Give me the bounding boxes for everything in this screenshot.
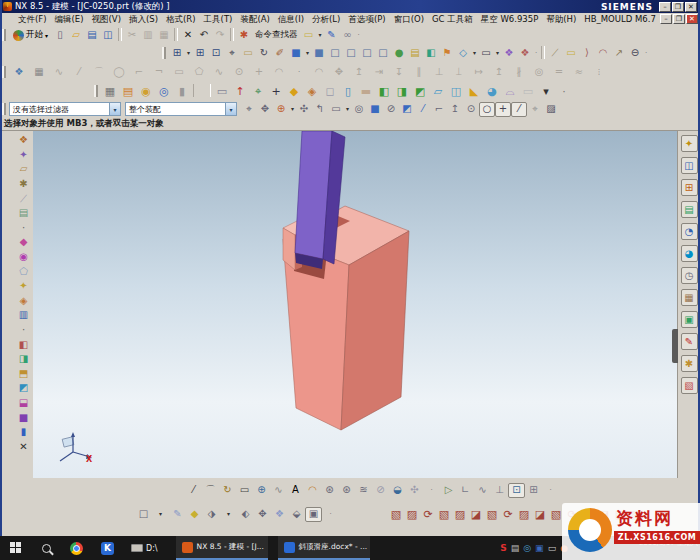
menu-gc-toolbox[interactable]: GC 工具箱 (428, 14, 477, 26)
selection-scope-combo[interactable]: 整个装配 ▾ (125, 102, 237, 116)
dd[interactable]: ▾ (494, 46, 501, 61)
left-tool-20[interactable]: ■ (16, 410, 31, 425)
solid-face-icon[interactable]: ■ (367, 102, 383, 117)
process-studio-tab[interactable]: ▣ (681, 311, 698, 328)
annotate-icon[interactable]: ✎ (169, 507, 186, 522)
save-as-icon[interactable]: ◫ (100, 28, 116, 43)
copy-icon[interactable]: ▥ (140, 28, 156, 43)
equal-icon[interactable]: = (549, 65, 569, 80)
pencil-icon[interactable]: ✎ (324, 28, 340, 43)
menu-information[interactable]: 信息(I) (274, 14, 308, 26)
selection-filter-combo[interactable]: 没有选择过滤器 ▾ (9, 102, 121, 116)
endpoint-icon[interactable]: ⁄ (415, 102, 431, 117)
view-orient-icon-02[interactable]: ▨ (404, 507, 420, 522)
doc-restore-button[interactable]: ❐ (673, 14, 685, 24)
spline-tool-icon[interactable]: ∿ (270, 483, 287, 498)
left-tool-19[interactable]: ⬓ (16, 396, 31, 411)
sphere-tool-icon[interactable]: ⊕ (253, 483, 270, 498)
left-tool-13[interactable]: ▥ (16, 308, 31, 323)
sep[interactable] (193, 84, 211, 97)
left-tool-07[interactable]: · (16, 221, 31, 236)
hole-icon[interactable]: ◻ (321, 84, 339, 99)
rectangle-select-icon[interactable]: ▭ (328, 102, 344, 117)
dd[interactable]: ▾ (304, 46, 311, 61)
overflow-dot[interactable]: · (533, 46, 539, 61)
parallel-icon[interactable]: ∥ (409, 65, 429, 80)
point-icon[interactable]: + (249, 65, 269, 80)
pad-icon[interactable]: ▬ (357, 84, 375, 99)
view-orient-icon-08[interactable]: ⟳ (500, 507, 516, 522)
hd3d-tools-tab[interactable]: ◔ (681, 223, 698, 240)
highlight-icon[interactable]: ⊕ (273, 102, 289, 117)
link-icon[interactable]: ∞ (340, 28, 356, 43)
sep[interactable] (118, 28, 122, 41)
history-tab[interactable]: ◷ (681, 267, 698, 284)
sketch-grid-icon[interactable]: ▦ (29, 65, 49, 80)
menu-edit[interactable]: 编辑(E) (51, 14, 88, 26)
constraint-down-icon[interactable]: ↧ (389, 65, 409, 80)
view-orient-icon-09[interactable]: ▨ (516, 507, 532, 522)
zoom-box-icon[interactable]: ⊡ (208, 46, 224, 61)
menu-insert[interactable]: 插入(S) (125, 14, 162, 26)
corner-icon[interactable]: ⌐ (431, 102, 447, 117)
swept-tool-icon[interactable]: ⊘ (372, 483, 389, 498)
rotate-view-icon[interactable]: ↻ (256, 46, 272, 61)
layers-icon[interactable]: ▤ (407, 46, 423, 61)
left-tool-16[interactable]: ◨ (16, 352, 31, 367)
chamfer-feature-icon[interactable]: ◣ (465, 84, 483, 99)
concentric-icon[interactable]: ◎ (529, 65, 549, 80)
left-tool-14[interactable]: · (16, 323, 31, 338)
left-tool-03[interactable]: ▱ (16, 162, 31, 177)
command-finder-label[interactable]: 命令查找器 (252, 29, 301, 41)
section-view-icon[interactable]: ◇ (455, 46, 471, 61)
left-tool-05[interactable]: ⟋ (16, 191, 31, 206)
flag-icon[interactable]: ⚑ (439, 46, 455, 61)
ball-icon[interactable]: ◎ (155, 84, 173, 99)
cut-icon[interactable]: ✂ (124, 28, 140, 43)
left-tool-02[interactable]: ✦ (16, 148, 31, 163)
chrome-icon[interactable] (61, 536, 92, 560)
orient-view-icon-1[interactable]: ❖ (501, 46, 517, 61)
datum-axis-icon[interactable]: ↑ (231, 84, 249, 99)
play-tool-icon[interactable]: ▷ (440, 483, 457, 498)
delete-icon[interactable]: ✕ (180, 28, 196, 43)
wave-tool-icon[interactable]: ∿ (474, 483, 491, 498)
cylinder-icon[interactable]: ▮ (173, 84, 191, 99)
window-frame-icon[interactable]: ▭ (478, 46, 494, 61)
redo-icon[interactable]: ↷ (212, 28, 228, 43)
model-canvas[interactable]: X (33, 131, 677, 478)
left-tool-11[interactable]: ✦ (16, 279, 31, 294)
active-view-icon[interactable]: ▣ (305, 507, 322, 522)
menu-tools[interactable]: 工具(T) (200, 14, 237, 26)
shaded-view-icon[interactable]: ■ (311, 46, 327, 61)
slash-snap-toggle[interactable]: ⁄ (511, 102, 527, 117)
start-menu-button[interactable] (0, 536, 32, 560)
window-restore-button[interactable]: ❐ (672, 2, 684, 12)
wireframe-icon-1[interactable]: □ (327, 46, 343, 61)
overflow-dot[interactable]: · (289, 65, 309, 80)
menu-view[interactable]: 视图(V) (88, 14, 125, 26)
mesh-tool-icon-1[interactable]: ⊛ (321, 483, 338, 498)
wireframe-icon-2[interactable]: □ (343, 46, 359, 61)
menu-help[interactable]: 帮助(H) (542, 14, 580, 26)
part-navigator-tab[interactable]: ⊞ (681, 179, 698, 196)
dd[interactable]: ▾ (317, 28, 324, 43)
left-tool-08[interactable]: ◆ (16, 235, 31, 250)
circle-icon[interactable]: ◯ (109, 65, 129, 80)
sketch-icon[interactable]: ❖ (9, 65, 29, 80)
revolve-icon[interactable]: ◈ (303, 84, 321, 99)
grid-tool-icon[interactable]: ⊞ (525, 483, 542, 498)
sketch-task-icon[interactable]: ▤ (119, 84, 137, 99)
sep[interactable] (230, 28, 234, 41)
unite-icon[interactable]: ◧ (375, 84, 393, 99)
no-snap-icon[interactable]: ⊘ (383, 102, 399, 117)
menu-assemblies[interactable]: 装配(A) (236, 14, 273, 26)
left-tool-17[interactable]: ⬒ (16, 367, 31, 382)
system-materials-tab[interactable]: ▦ (681, 289, 698, 306)
highlight-edit-icon[interactable]: ◆ (186, 507, 203, 522)
measure-diameter-icon[interactable]: ⊖ (627, 46, 643, 61)
fillet-icon[interactable]: ⌐ (129, 65, 149, 80)
left-tool-10[interactable]: ⬠ (16, 264, 31, 279)
helix-tool-icon[interactable]: ↻ (219, 483, 236, 498)
arc-tool-icon[interactable]: ⌒ (202, 483, 219, 498)
